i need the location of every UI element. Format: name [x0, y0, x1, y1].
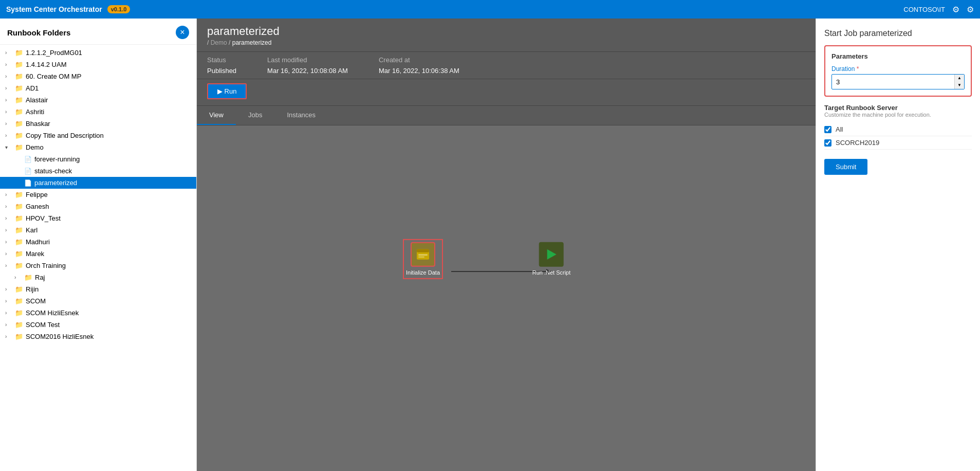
sidebar-item-item-karl[interactable]: ›📁Karl [0, 224, 196, 236]
breadcrumb-demo[interactable]: Demo [211, 39, 227, 46]
app-title: System Center Orchestrator [6, 5, 102, 13]
file-icon: 📄 [24, 168, 32, 175]
panel-title-text: Start Job parameterized [824, 29, 912, 38]
sidebar-item-item-orchtraining[interactable]: ›📁Orch Training [0, 260, 196, 271]
sidebar-item-label: 60. Create OM MP [26, 73, 81, 80]
sidebar-item-item-bhaskar[interactable]: ›📁Bhaskar [0, 118, 196, 130]
sidebar-item-item-rijin[interactable]: ›📁Rijin [0, 283, 196, 295]
chevron-icon: › [5, 74, 12, 79]
folder-icon: 📁 [15, 61, 23, 68]
target-section-sub: Customize the machine pool for execution… [824, 112, 972, 118]
status-value: Published [207, 67, 236, 75]
chevron-icon: › [5, 286, 12, 292]
sidebar-item-label: HPOV_Test [26, 214, 61, 222]
params-section-label: Parameters [831, 52, 965, 60]
sidebar-item-item-scomhizli[interactable]: ›📁SCOM HizliEsnek [0, 307, 196, 319]
sidebar-item-label: Felippe [26, 191, 48, 198]
chevron-icon: › [5, 109, 12, 115]
node-icon-init-data [411, 242, 435, 267]
sidebar-item-item-hpov[interactable]: ›📁HPOV_Test [0, 212, 196, 224]
gear-icon[interactable]: ⚙ [967, 5, 974, 14]
sidebar-item-item-raj[interactable]: ›📁Raj [0, 271, 196, 283]
sidebar-item-item-ganesh[interactable]: ›📁Ganesh [0, 201, 196, 212]
sidebar-item-item-60[interactable]: ›📁60. Create OM MP [0, 70, 196, 82]
folder-icon: 📁 [15, 321, 23, 329]
checkbox-all[interactable] [824, 126, 831, 133]
tab-jobs[interactable]: Jobs [236, 106, 274, 125]
chevron-icon: › [5, 121, 12, 126]
canvas-area: Initialize DataRun .Net Script [197, 125, 816, 471]
chevron-icon: ▾ [5, 144, 12, 150]
runbook-title: parameterized [207, 25, 805, 38]
sidebar-item-item-scomtest[interactable]: ›📁SCOM Test [0, 319, 196, 331]
wf-node-run-net-script[interactable]: Run .Net Script [532, 242, 571, 276]
svg-rect-3 [417, 249, 429, 252]
sidebar-item-item-statuscheck[interactable]: 📄status-check [0, 165, 196, 177]
sidebar-close-button[interactable]: × [176, 26, 189, 39]
sidebar-item-label: 1.2.1.2_ProdMG01 [26, 49, 82, 57]
sidebar-item-item-copytitle[interactable]: ›📁Copy Title and Description [0, 130, 196, 141]
folder-icon: 📁 [24, 274, 32, 281]
meta-created: Created at Mar 16, 2022, 10:06:38 AM [379, 56, 459, 75]
tabs-bar: ViewJobsInstances [197, 106, 816, 125]
folder-icon: 📁 [15, 203, 23, 210]
sidebar-item-item-forever[interactable]: 📄forever-running [0, 153, 196, 165]
sidebar-item-label: parameterized [34, 179, 77, 187]
sidebar-title: Runbook Folders [7, 28, 70, 37]
checkbox-scorch[interactable] [824, 139, 831, 147]
sidebar-item-item-ad1[interactable]: ›📁AD1 [0, 82, 196, 94]
chevron-icon: › [5, 298, 12, 304]
target-section: Target Runbook Server Customize the mach… [824, 104, 972, 150]
breadcrumb: / Demo / parameterized [207, 39, 805, 46]
settings-icon[interactable]: ⚙ [952, 5, 959, 14]
folder-icon: 📁 [15, 309, 23, 317]
topbar-right: CONTOSO\IT ⚙ ⚙ [903, 5, 974, 14]
sidebar-item-item-1414[interactable]: ›📁1.4.14.2 UAM [0, 59, 196, 70]
duration-decrement[interactable]: ▼ [955, 82, 964, 89]
sidebar-item-label: Karl [26, 226, 38, 234]
sidebar-item-label: status-check [34, 167, 72, 175]
breadcrumb-current: parameterized [232, 39, 272, 46]
sidebar-item-item-alastair[interactable]: ›📁Alastair [0, 94, 196, 106]
sidebar-item-label: Ashriti [26, 108, 44, 116]
sidebar: Runbook Folders × ›📁1.2.1.2_ProdMG01›📁1.… [0, 19, 197, 471]
sidebar-item-item-ashriti[interactable]: ›📁Ashriti [0, 106, 196, 118]
duration-input-wrapper: ▲ ▼ [831, 74, 965, 89]
sidebar-item-label: SCOM2016 HizliEsnek [26, 333, 94, 340]
sidebar-item-item-madhuri[interactable]: ›📁Madhuri [0, 236, 196, 248]
run-button[interactable]: ▶ Run [207, 83, 247, 99]
chevron-icon: › [5, 50, 12, 56]
sidebar-item-label: SCOM [26, 297, 46, 305]
duration-increment[interactable]: ▲ [955, 75, 964, 82]
sidebar-item-item-scom2016[interactable]: ›📁SCOM2016 HizliEsnek [0, 331, 196, 342]
sidebar-item-item-marek[interactable]: ›📁Marek [0, 248, 196, 260]
chevron-icon: › [5, 263, 12, 268]
folder-icon: 📁 [15, 96, 23, 104]
submit-button[interactable]: Submit [824, 159, 867, 175]
status-label: Status [207, 56, 236, 64]
sidebar-item-item-scom[interactable]: ›📁SCOM [0, 295, 196, 307]
breadcrumb-sep2: / [229, 39, 230, 46]
chevron-icon: › [5, 215, 12, 221]
file-icon: 📄 [24, 156, 32, 163]
user-label: CONTOSO\IT [903, 6, 945, 13]
checkbox-all-row: All [824, 123, 972, 136]
duration-input[interactable] [832, 76, 954, 88]
right-panel: Start Job parameterized Parameters Durat… [816, 19, 980, 471]
sidebar-item-item-demo[interactable]: ▾📁Demo [0, 141, 196, 153]
sidebar-item-item-1212[interactable]: ›📁1.2.1.2_ProdMG01 [0, 47, 196, 59]
chevron-icon: › [5, 310, 12, 316]
chevron-icon: › [5, 322, 12, 328]
sidebar-item-item-parameterized[interactable]: 📄parameterized [0, 177, 196, 189]
folder-icon: 📁 [15, 226, 23, 234]
meta-modified: Last modified Mar 16, 2022, 10:08:08 AM [267, 56, 348, 75]
sidebar-item-item-felippe[interactable]: ›📁Felippe [0, 189, 196, 201]
tab-view[interactable]: View [197, 106, 236, 125]
breadcrumb-sep1: / [207, 39, 209, 46]
meta-status: Status Published [207, 56, 236, 75]
tab-instances[interactable]: Instances [274, 106, 328, 125]
sidebar-item-label: Madhuri [26, 238, 50, 246]
last-modified-label: Last modified [267, 56, 348, 64]
chevron-icon: › [5, 97, 12, 103]
wf-node-init-data[interactable]: Initialize Data [406, 242, 440, 276]
